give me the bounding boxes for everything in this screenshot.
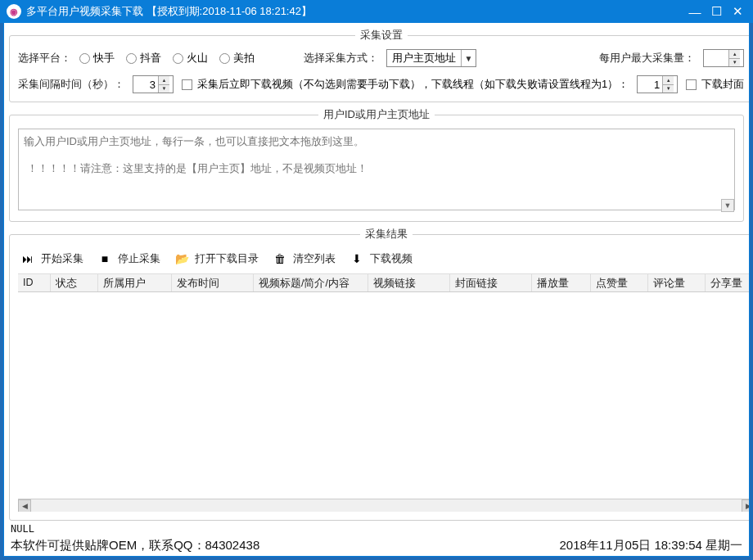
mode-select[interactable]: 用户主页地址 ▼ (386, 49, 476, 67)
maximize-button[interactable]: ☐ (706, 1, 727, 22)
textarea-scroll-down-icon[interactable]: ▼ (721, 199, 734, 212)
stop-collect-button[interactable]: ■ 停止采集 (98, 251, 160, 266)
open-dir-button[interactable]: 📂 打开下载目录 (175, 251, 259, 266)
trash-icon: 🗑 (273, 252, 286, 265)
thread-field[interactable] (638, 79, 662, 91)
download-icon: ⬇ (350, 252, 363, 265)
status-null-text: NULL (9, 522, 744, 535)
column-header[interactable]: ID (18, 274, 51, 291)
checkbox-icon (686, 79, 697, 90)
column-header[interactable]: 封面链接 (450, 274, 532, 291)
id-input-group: 用户ID或用户主页地址 ▼ (9, 107, 744, 222)
titlebar: ◉ 多平台用户视频采集下载 【授权到期:2018-11-06 18:21:42】… (0, 0, 753, 23)
checkbox-icon (182, 79, 192, 90)
thread-input[interactable]: ▲▼ (637, 75, 678, 93)
spin-down-icon[interactable]: ▼ (159, 85, 169, 93)
max-per-user-field[interactable] (704, 52, 728, 65)
radio-huoshan[interactable]: 火山 (173, 51, 208, 65)
download-after-checkbox[interactable]: 采集后立即下载视频（不勾选则需要手动下载），下载线程（如下载失败请设置线程为1）… (182, 77, 629, 92)
column-header[interactable]: 发布时间 (172, 274, 254, 291)
platform-label: 选择平台： (18, 51, 71, 65)
column-header[interactable]: 分享量 (706, 274, 750, 291)
clear-list-button[interactable]: 🗑 清空列表 (273, 251, 336, 266)
start-collect-button[interactable]: ⏭ 开始采集 (21, 251, 83, 266)
chevron-down-icon: ▼ (461, 50, 476, 66)
download-after-label: 采集后立即下载视频（不勾选则需要手动下载），下载线程（如下载失败请设置线程为1）… (197, 77, 629, 92)
results-table-body[interactable] (18, 292, 750, 499)
radio-kuaishou[interactable]: 快手 (79, 51, 115, 65)
interval-field[interactable] (133, 79, 158, 91)
spin-up-icon[interactable]: ▲ (729, 50, 740, 59)
column-header[interactable]: 播放量 (532, 274, 591, 291)
footer-left-text: 本软件可提供贴牌OEM，联系QQ：84302438 (11, 538, 259, 553)
id-textarea[interactable] (18, 129, 735, 210)
spin-up-icon[interactable]: ▲ (159, 76, 169, 85)
scroll-right-icon[interactable]: ▶ (742, 499, 750, 513)
close-button[interactable]: ✕ (727, 1, 748, 22)
results-table-header: ID状态所属用户发布时间视频标题/简介/内容视频链接封面链接播放量点赞量评论量分… (18, 274, 750, 292)
horizontal-scrollbar[interactable]: ◀ ▶ (18, 499, 750, 512)
window-title: 多平台用户视频采集下载 【授权到期:2018-11-06 18:21:42】 (26, 4, 684, 19)
results-toolbar: ⏭ 开始采集 ■ 停止采集 📂 打开下载目录 🗑 清空列表 (18, 248, 750, 273)
download-cover-label: 下载封面 (701, 77, 744, 92)
app-icon: ◉ (7, 4, 21, 19)
max-per-user-label: 每用户最大采集量： (599, 51, 695, 65)
spin-down-icon[interactable]: ▼ (663, 85, 674, 93)
footer: 本软件可提供贴牌OEM，联系QQ：84302438 2018年11月05日 18… (9, 535, 744, 554)
column-header[interactable]: 所属用户 (98, 274, 172, 291)
spin-up-icon[interactable]: ▲ (663, 76, 674, 85)
stop-icon: ■ (98, 252, 111, 265)
interval-label: 采集间隔时间（秒）： (18, 77, 124, 92)
collect-settings-group: 采集设置 选择平台： 快手 抖音 火山 美拍 选择采集方式： 用户主页地址 ▼ … (9, 28, 750, 102)
radio-meipai[interactable]: 美拍 (219, 51, 255, 65)
max-per-user-input[interactable]: ▲▼ (703, 49, 744, 67)
download-cover-checkbox[interactable]: 下载封面 (686, 77, 744, 92)
mode-label: 选择采集方式： (304, 51, 378, 65)
column-header[interactable]: 视频标题/简介/内容 (254, 274, 368, 291)
results-legend: 采集结果 (360, 227, 413, 242)
results-group: 采集结果 ⏭ 开始采集 ■ 停止采集 📂 打开下载目录 (9, 227, 750, 521)
column-header[interactable]: 点赞量 (591, 274, 648, 291)
folder-open-icon: 📂 (175, 252, 188, 265)
minimize-button[interactable]: — (684, 1, 706, 22)
column-header[interactable]: 评论量 (648, 274, 706, 291)
spin-down-icon[interactable]: ▼ (729, 59, 740, 67)
column-header[interactable]: 视频链接 (368, 274, 450, 291)
footer-right-datetime: 2018年11月05日 18:39:54 星期一 (560, 538, 742, 553)
results-table: ID状态所属用户发布时间视频标题/简介/内容视频链接封面链接播放量点赞量评论量分… (18, 273, 750, 512)
interval-input[interactable]: ▲▼ (133, 75, 174, 93)
download-video-button[interactable]: ⬇ 下载视频 (350, 251, 413, 266)
id-input-legend: 用户ID或用户主页地址 (318, 107, 435, 122)
scroll-left-icon[interactable]: ◀ (18, 499, 31, 513)
play-forward-icon: ⏭ (21, 252, 34, 265)
platform-radio-group: 快手 抖音 火山 美拍 (79, 51, 255, 65)
mode-select-value: 用户主页地址 (387, 51, 461, 65)
collect-settings-legend: 采集设置 (355, 28, 408, 43)
column-header[interactable]: 状态 (51, 274, 98, 291)
radio-douyin[interactable]: 抖音 (126, 51, 161, 65)
